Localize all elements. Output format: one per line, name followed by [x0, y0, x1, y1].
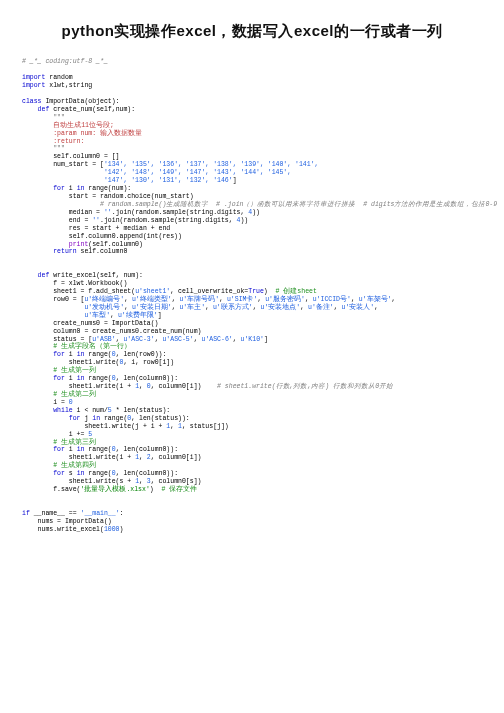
docstring: """: [22, 114, 65, 121]
code: ,: [170, 423, 178, 430]
code: f.save(: [22, 486, 81, 493]
docstring: """: [22, 145, 65, 152]
code: , len(column0)):: [116, 470, 178, 477]
code: ,: [374, 304, 378, 311]
keyword-import: import: [22, 74, 45, 81]
code: ,: [194, 336, 202, 343]
code: sheet1.write(j + i +: [22, 423, 166, 430]
code: ): [150, 486, 162, 493]
string: '': [92, 217, 100, 224]
code: create_nums0 = ImportData(): [22, 320, 159, 327]
code: range(: [104, 415, 127, 422]
string: u'ASC-5': [162, 336, 193, 343]
code: .join(random.sample(string.digits,: [100, 217, 237, 224]
code: self.column0.append(int(res)): [22, 233, 182, 240]
string: '': [104, 209, 112, 216]
code: end =: [22, 217, 92, 224]
code: ): [264, 288, 276, 295]
code: start = random.choice(num_start): [22, 193, 194, 200]
string: '142', '148', '149', '147', '143', '144'…: [22, 169, 291, 176]
comment: # _*_ coding:utf-8 _*_: [22, 58, 108, 65]
code: sheet1.write(i +: [22, 383, 135, 390]
string: '批量导入模板.xlsx': [81, 486, 150, 493]
code: range(: [88, 375, 111, 382]
keyword-for: for: [22, 375, 69, 382]
string: '134', '135', '136', '137', '138', '139'…: [104, 161, 319, 168]
string: u'ASC-6': [202, 336, 233, 343]
string: u'ASB': [92, 336, 115, 343]
code: i: [69, 375, 77, 382]
code: , len(row0)):: [116, 351, 167, 358]
code: ]: [158, 312, 162, 319]
code: ,: [139, 454, 147, 461]
code: )): [240, 217, 248, 224]
code: status = [: [22, 336, 92, 343]
string: u'ICCID号': [313, 296, 351, 303]
code: i < num/: [77, 407, 108, 414]
code: ,: [334, 304, 342, 311]
code-block: # _*_ coding:utf-8 _*_ import random imp…: [22, 58, 482, 533]
code: ,: [300, 304, 308, 311]
code: ]: [233, 177, 237, 184]
code: nums = ImportData(): [22, 518, 112, 525]
code: , column0[s]): [151, 478, 202, 485]
code: nums.write_excel(: [22, 526, 104, 533]
code: range(: [88, 470, 111, 477]
string: u'续费年限': [118, 312, 158, 319]
code: , i, row0[i]): [123, 359, 174, 366]
code: i: [69, 351, 77, 358]
code: ,: [233, 336, 241, 343]
number: 5: [108, 407, 116, 414]
string: '__main__': [81, 510, 120, 517]
keyword-class: class: [22, 98, 45, 105]
keyword-while: while: [22, 407, 77, 414]
string: u'安装日期': [132, 304, 172, 311]
comment: # 创建sheet: [276, 288, 317, 295]
code: range(num):: [88, 185, 131, 192]
keyword-def: def: [22, 106, 53, 113]
string: u'终端类型': [132, 296, 172, 303]
keyword-in: in: [77, 446, 89, 453]
string: u'车型': [84, 312, 110, 319]
keyword-in: in: [77, 375, 89, 382]
comment: # 生成第四列: [22, 462, 96, 469]
comment: # 保存文件: [162, 486, 198, 493]
code: create_num(self,num):: [53, 106, 135, 113]
string: u'发动机号': [84, 304, 124, 311]
keyword-print: print: [22, 241, 88, 248]
keyword-in: in: [77, 351, 89, 358]
docstring: :return:: [22, 138, 84, 145]
string: u'车主': [179, 304, 205, 311]
code: ==: [65, 510, 81, 517]
code: row0 = [: [22, 296, 84, 303]
comment: # 生成第二列: [22, 391, 96, 398]
code: f = xlwt.Workbook(): [22, 280, 127, 287]
code: , status[j]): [182, 423, 229, 430]
code: column0 = create_nums0.create_num(num): [22, 328, 201, 335]
code: s: [69, 470, 77, 477]
page-title: python实现操作excel，数据写入excel的一行或者一列: [22, 22, 482, 40]
code: , column0[i]): [151, 383, 217, 390]
code: ,: [110, 312, 118, 319]
string: u'联系方式': [213, 304, 253, 311]
code: , len(column0)):: [116, 375, 178, 382]
comment: # 生成第一列: [22, 367, 96, 374]
code: i +=: [22, 431, 88, 438]
string: '147', '130', '131', '132', '146': [22, 177, 233, 184]
code: range(: [88, 446, 111, 453]
code: , len(column0)):: [116, 446, 178, 453]
keyword-if: if: [22, 510, 34, 517]
code: sheet1 = f.add_sheet(: [22, 288, 135, 295]
code: self.column0: [81, 248, 128, 255]
code: ,: [124, 304, 132, 311]
code: num_start = [: [22, 161, 104, 168]
keyword-for: for: [22, 185, 69, 192]
code: ,: [351, 296, 359, 303]
string: u'服务密码': [265, 296, 305, 303]
code: )): [252, 209, 260, 216]
comment: # sheet1.write(行数,列数,内容) 行数和列数从0开始: [217, 383, 393, 390]
code: ,: [139, 478, 147, 485]
keyword: True: [248, 288, 264, 295]
keyword-def: def: [22, 272, 53, 279]
number: 5: [88, 431, 92, 438]
